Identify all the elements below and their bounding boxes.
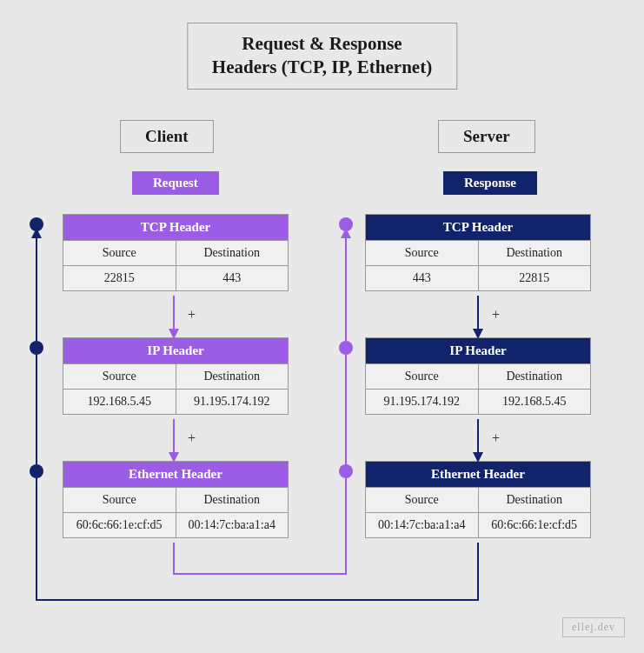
dot-icon xyxy=(30,464,43,478)
col-destination: Destination xyxy=(176,241,289,266)
col-source: Source xyxy=(63,241,176,266)
dot-icon xyxy=(339,464,353,478)
server-ethernet-header: Ethernet Header xyxy=(366,462,591,488)
client-ip-header: IP Header xyxy=(63,338,289,364)
server-ip-header: IP Header xyxy=(366,338,591,364)
col-source: Source xyxy=(366,241,479,266)
server-ethernet-table: Ethernet Header Source Destination 00:14… xyxy=(365,461,591,538)
client-ethernet-destination: 00:14:7c:ba:a1:a4 xyxy=(176,513,289,538)
title-line-1: Request & Response xyxy=(242,33,402,54)
server-ip-table: IP Header Source Destination 91.195.174.… xyxy=(365,337,591,415)
col-destination: Destination xyxy=(478,488,591,513)
plus-icon: + xyxy=(188,430,196,446)
client-tcp-table: TCP Header Source Destination 22815 443 xyxy=(63,214,289,291)
flow-arrows xyxy=(0,0,644,653)
col-source: Source xyxy=(63,364,176,390)
dot-icon xyxy=(339,341,353,355)
client-ethernet-table: Ethernet Header Source Destination 60:6c… xyxy=(63,461,289,538)
col-source: Source xyxy=(366,364,479,390)
col-source: Source xyxy=(63,488,176,513)
col-destination: Destination xyxy=(478,364,591,390)
plus-icon: + xyxy=(492,307,500,323)
client-ethernet-source: 60:6c:66:1e:cf:d5 xyxy=(63,513,176,538)
server-tcp-source: 443 xyxy=(366,266,479,291)
plus-icon: + xyxy=(188,307,196,323)
phase-response-label: Response xyxy=(443,171,537,195)
server-ethernet-destination: 60:6c:66:1e:cf:d5 xyxy=(478,513,591,538)
phase-request-label: Request xyxy=(132,171,219,195)
diagram-title: Request & Response Headers (TCP, IP, Eth… xyxy=(187,23,457,90)
dot-icon xyxy=(339,217,353,231)
title-line-2: Headers (TCP, IP, Ethernet) xyxy=(212,57,432,77)
dot-icon xyxy=(30,217,43,231)
role-server-label: Server xyxy=(438,120,535,153)
plus-icon: + xyxy=(492,430,500,446)
client-ip-destination: 91.195.174.192 xyxy=(176,390,289,415)
col-destination: Destination xyxy=(176,364,289,390)
server-tcp-destination: 22815 xyxy=(478,266,591,291)
server-ip-source: 91.195.174.192 xyxy=(366,390,479,415)
dot-icon xyxy=(30,341,43,355)
client-tcp-header: TCP Header xyxy=(63,215,289,241)
col-destination: Destination xyxy=(478,241,591,266)
client-ip-source: 192.168.5.45 xyxy=(63,390,176,415)
client-tcp-source: 22815 xyxy=(63,266,176,291)
client-ethernet-header: Ethernet Header xyxy=(63,462,289,488)
server-ethernet-source: 00:14:7c:ba:a1:a4 xyxy=(366,513,479,538)
server-ip-destination: 192.168.5.45 xyxy=(478,390,591,415)
col-source: Source xyxy=(366,488,479,513)
col-destination: Destination xyxy=(176,488,289,513)
client-ip-table: IP Header Source Destination 192.168.5.4… xyxy=(63,337,289,415)
server-tcp-table: TCP Header Source Destination 443 22815 xyxy=(365,214,591,291)
role-client-label: Client xyxy=(120,120,214,153)
attribution: ellej.dev xyxy=(562,617,625,637)
client-tcp-destination: 443 xyxy=(176,266,289,291)
server-tcp-header: TCP Header xyxy=(366,215,591,241)
